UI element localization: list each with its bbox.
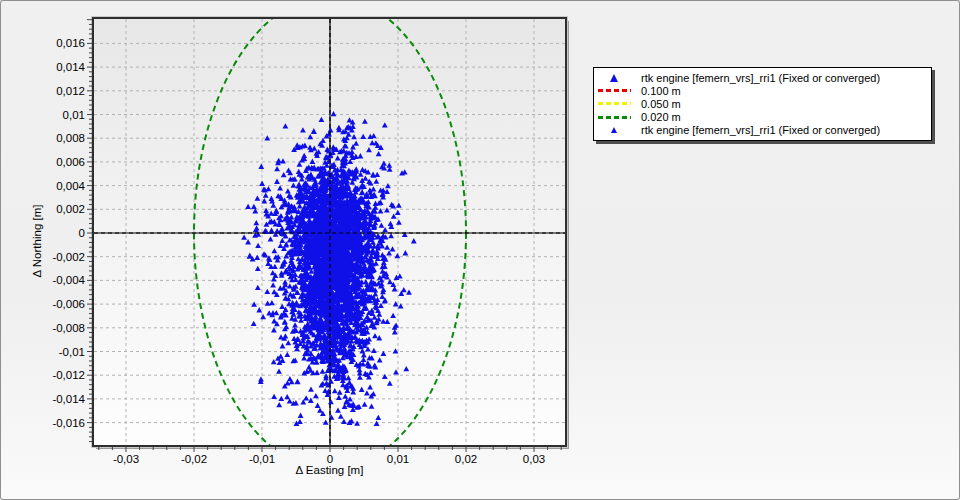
legend: rtk engine [femern_vrs]_rri1 (Fixed or c… (593, 67, 932, 141)
svg-text:0,016: 0,016 (56, 37, 85, 49)
y-axis-title: Δ Northing [m] (31, 205, 43, 278)
svg-text:0,014: 0,014 (56, 61, 85, 73)
dashed-line-icon (598, 89, 631, 92)
svg-text:-0,004: -0,004 (52, 274, 85, 286)
svg-text:0,006: 0,006 (56, 156, 85, 168)
svg-text:-0,008: -0,008 (52, 322, 85, 334)
svg-text:0: 0 (79, 227, 85, 239)
svg-text:-0,002: -0,002 (52, 251, 85, 263)
legend-label: 0.050 m (641, 98, 681, 110)
svg-text:0,012: 0,012 (56, 85, 85, 97)
svg-text:0,004: 0,004 (56, 180, 85, 192)
legend-item: 0.050 m (594, 97, 931, 110)
chart-window: -0,03-0,02-0,0100,010,020,030,0160,0140,… (0, 0, 960, 500)
svg-text:0,002: 0,002 (56, 203, 85, 215)
triangle-marker-icon (610, 74, 618, 82)
svg-text:-0,016: -0,016 (52, 417, 85, 429)
dashed-line-icon (598, 116, 631, 119)
legend-label: rtk engine [femern_vrs]_rri1 (Fixed or c… (641, 124, 880, 136)
svg-text:0,008: 0,008 (56, 132, 85, 144)
legend-item: rtk engine [femern_vrs]_rri1 (Fixed or c… (594, 124, 931, 137)
svg-text:-0,014: -0,014 (52, 393, 85, 405)
triangle-marker-icon (611, 127, 617, 133)
dashed-line-icon (598, 102, 631, 105)
legend-item: 0.100 m (594, 84, 931, 97)
legend-label: 0.100 m (641, 85, 681, 97)
legend-label: rtk engine [femern_vrs]_rri1 (Fixed or c… (641, 72, 880, 84)
legend-item: 0.020 m (594, 111, 931, 124)
plot-area (92, 17, 567, 447)
svg-text:-0,012: -0,012 (52, 369, 85, 381)
svg-text:0,01: 0,01 (63, 109, 85, 121)
legend-item: rtk engine [femern_vrs]_rri1 (Fixed or c… (594, 71, 931, 84)
svg-text:-0,006: -0,006 (52, 298, 85, 310)
svg-text:-0,01: -0,01 (59, 346, 85, 358)
legend-label: 0.020 m (641, 111, 681, 123)
x-axis-title: Δ Easting [m] (92, 464, 567, 476)
